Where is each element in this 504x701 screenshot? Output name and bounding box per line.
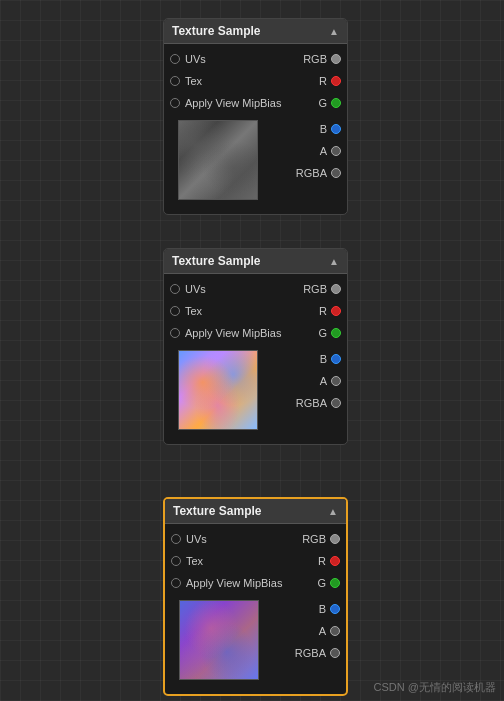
row-b-2: B: [266, 348, 341, 370]
output-pin-rgb-2[interactable]: [331, 284, 341, 294]
output-pin-rgba-3[interactable]: [330, 648, 340, 658]
output-pin-g-1[interactable]: [331, 98, 341, 108]
output-pin-b-3[interactable]: [330, 604, 340, 614]
row-mip-3: Apply View MipBias G: [165, 572, 346, 594]
input-pin-uvs-3[interactable]: [171, 534, 181, 544]
output-pin-rgba-2[interactable]: [331, 398, 341, 408]
texture-preview-2: [178, 350, 258, 430]
input-pin-tex-2[interactable]: [170, 306, 180, 316]
watermark: CSDN @无情的阅读机器: [374, 680, 496, 695]
row-a-1: A: [266, 140, 341, 162]
node-title-3: Texture Sample: [173, 504, 261, 518]
output-pin-g-2[interactable]: [331, 328, 341, 338]
row-tex-1: Tex R: [164, 70, 347, 92]
output-pin-r-2[interactable]: [331, 306, 341, 316]
row-rgba-2: RGBA: [266, 392, 341, 414]
row-uvs-2: UVs RGB: [164, 278, 347, 300]
output-pin-b-2[interactable]: [331, 354, 341, 364]
input-pin-uvs-1[interactable]: [170, 54, 180, 64]
input-pin-tex-3[interactable]: [171, 556, 181, 566]
output-pin-g-3[interactable]: [330, 578, 340, 588]
row-rgba-3: RGBA: [267, 642, 340, 664]
output-pin-rgb-1[interactable]: [331, 54, 341, 64]
texture-sample-node-2[interactable]: Texture Sample ▲ UVs RGB Tex R: [163, 248, 348, 445]
output-pin-r-3[interactable]: [330, 556, 340, 566]
node-title-2: Texture Sample: [172, 254, 260, 268]
row-mip-1: Apply View MipBias G: [164, 92, 347, 114]
row-rgba-1: RGBA: [266, 162, 341, 184]
output-pin-a-2[interactable]: [331, 376, 341, 386]
row-b-1: B: [266, 118, 341, 140]
row-b-3: B: [267, 598, 340, 620]
output-pin-b-1[interactable]: [331, 124, 341, 134]
texture-sample-node-3[interactable]: Texture Sample ▲ UVs RGB Tex R: [163, 497, 348, 696]
output-pin-rgb-3[interactable]: [330, 534, 340, 544]
input-pin-uvs-2[interactable]: [170, 284, 180, 294]
row-a-3: A: [267, 620, 340, 642]
row-uvs-1: UVs RGB: [164, 48, 347, 70]
collapse-arrow-2[interactable]: ▲: [329, 256, 339, 267]
output-pin-a-1[interactable]: [331, 146, 341, 156]
node-header-3: Texture Sample ▲: [165, 499, 346, 524]
row-tex-3: Tex R: [165, 550, 346, 572]
row-uvs-3: UVs RGB: [165, 528, 346, 550]
node-body-1: UVs RGB Tex R Apply View MipBias G: [164, 44, 347, 214]
row-tex-2: Tex R: [164, 300, 347, 322]
output-pin-a-3[interactable]: [330, 626, 340, 636]
node-body-3: UVs RGB Tex R Apply View MipBias G: [165, 524, 346, 694]
node-header-2: Texture Sample ▲: [164, 249, 347, 274]
node-header-1: Texture Sample ▲: [164, 19, 347, 44]
node-title-1: Texture Sample: [172, 24, 260, 38]
input-pin-mip-2[interactable]: [170, 328, 180, 338]
output-pin-rgba-1[interactable]: [331, 168, 341, 178]
row-a-2: A: [266, 370, 341, 392]
texture-preview-3: [179, 600, 259, 680]
row-mip-2: Apply View MipBias G: [164, 322, 347, 344]
collapse-arrow-1[interactable]: ▲: [329, 26, 339, 37]
node-body-2: UVs RGB Tex R Apply View MipBias G: [164, 274, 347, 444]
output-pin-r-1[interactable]: [331, 76, 341, 86]
input-pin-mip-3[interactable]: [171, 578, 181, 588]
texture-sample-node-1[interactable]: Texture Sample ▲ UVs RGB Tex R: [163, 18, 348, 215]
texture-preview-1: [178, 120, 258, 200]
input-pin-mip-1[interactable]: [170, 98, 180, 108]
collapse-arrow-3[interactable]: ▲: [328, 506, 338, 517]
input-pin-tex-1[interactable]: [170, 76, 180, 86]
